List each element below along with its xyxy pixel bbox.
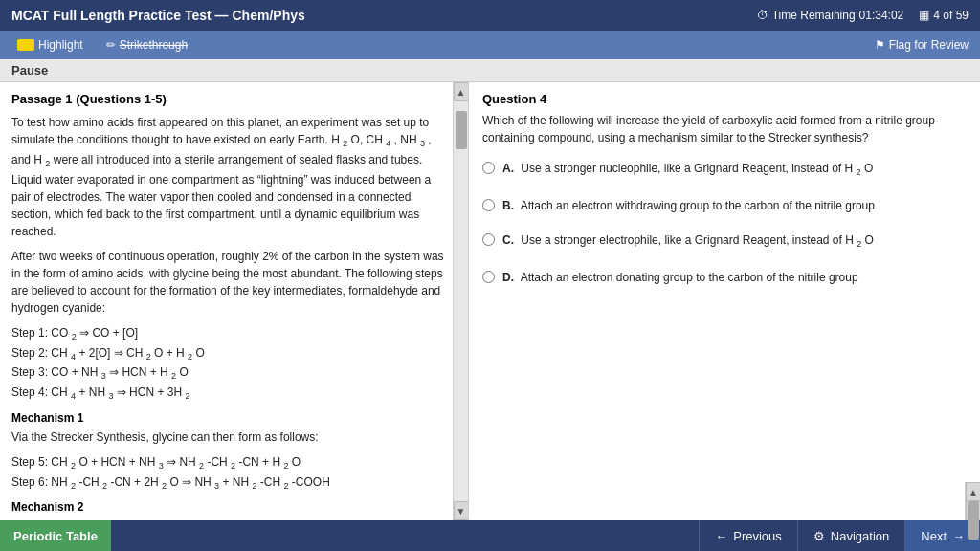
passage-panel: Passage 1 (Questions 1-5) To test how am… [0, 82, 469, 520]
previous-label: Previous [733, 529, 782, 543]
pause-bar: Pause [0, 59, 980, 82]
time-remaining-value: 01:34:02 [859, 9, 904, 22]
highlight-icon [17, 39, 34, 51]
previous-arrow-icon: ← [715, 529, 727, 543]
answer-option-c: C. Use a stronger electrophile, like a G… [482, 231, 967, 252]
radio-a[interactable] [482, 162, 495, 174]
answer-label-a: A. Use a stronger nucleophile, like a Gr… [502, 160, 873, 180]
next-label: Next [921, 529, 947, 543]
answer-label-c: C. Use a stronger electrophile, like a G… [502, 231, 874, 252]
passage-paragraph-2: After two weeks of continuous operation,… [11, 248, 449, 317]
passage-paragraph-1: To test how amino acids first appeared o… [11, 114, 449, 240]
step-3: Step 3: CO + NH 3 ⇒ HCN + H 2 O [11, 364, 449, 384]
question-count-display: ▦ 4 of 59 [919, 9, 969, 22]
time-remaining-label: Time Remaining [772, 9, 856, 22]
periodic-table-button[interactable]: Periodic Table [0, 520, 111, 551]
flag-icon: ⚑ [875, 38, 885, 52]
navigation-label: Navigation [831, 529, 889, 543]
app-title: MCAT Full Length Practice Test — Chem/Ph… [11, 8, 305, 23]
clock-icon: ⏱ [757, 9, 768, 22]
scroll-up-arrow[interactable]: ▲ [454, 82, 469, 101]
question-text: Which of the following will increase the… [482, 112, 967, 146]
strikethrough-button[interactable]: ✏ Strikethrough [100, 35, 193, 55]
question-count-icon: ▦ [919, 9, 929, 22]
strikethrough-icon: ✏ [106, 38, 116, 52]
answer-letter-b: B. [502, 199, 514, 212]
answer-letter-c: C. [502, 233, 514, 247]
answer-label-b: B. Attach an electron withdrawing group … [502, 197, 875, 214]
strikethrough-label: Strikethrough [120, 38, 188, 52]
answer-label-d: D. Attach an electron donating group to … [502, 269, 858, 286]
passage-title: Passage 1 (Questions 1-5) [11, 92, 449, 106]
toolbar: Highlight ✏ Strikethrough ⚑ Flag for Rev… [0, 31, 980, 59]
periodic-table-label: Periodic Table [13, 529, 98, 543]
step-6: Step 6: NH 2 -CH 2 -CN + 2H 2 O ⇒ NH 3 +… [11, 474, 449, 494]
step-2: Step 2: CH 4 + 2[O] ⇒ CH 2 O + H 2 O [11, 344, 449, 364]
radio-c[interactable] [482, 233, 495, 246]
mechanism1-text: Via the Strecker Synthesis, glycine can … [11, 429, 449, 446]
main-content: Passage 1 (Questions 1-5) To test how am… [0, 82, 980, 520]
passage-scrollbar[interactable]: ▲ ▼ [453, 82, 468, 520]
question-count: 4 of 59 [933, 9, 969, 22]
scroll-thumb[interactable] [456, 111, 467, 149]
answer-option-a: A. Use a stronger nucleophile, like a Gr… [482, 160, 967, 180]
radio-b[interactable] [482, 199, 495, 211]
question-title: Question 4 [482, 92, 967, 106]
pause-label: Pause [11, 63, 48, 77]
question-scrollbar[interactable]: ▲ ▼ [965, 482, 980, 520]
header-right-info: ⏱ Time Remaining 01:34:02 ▦ 4 of 59 [757, 9, 969, 22]
mechanism2-text: Several other amino acids were also obse… [11, 518, 449, 520]
flag-label: Flag for Review [889, 38, 969, 52]
q-scroll-up[interactable]: ▲ [966, 482, 980, 501]
step-1: Step 1: CO 2 ⇒ CO + [O] [11, 324, 449, 344]
step-4: Step 4: CH 4 + NH 3 ⇒ HCN + 3H 2 [11, 384, 449, 404]
answer-option-b: B. Attach an electron withdrawing group … [482, 197, 967, 214]
flag-review-button[interactable]: ⚑ Flag for Review [875, 38, 969, 52]
footer-right-buttons: ← Previous ⚙ Navigation Next → [699, 520, 980, 551]
mechanism1-title: Mechanism 1 [11, 411, 449, 425]
scroll-down-arrow[interactable]: ▼ [454, 501, 469, 520]
previous-button[interactable]: ← Previous [699, 520, 797, 551]
answer-letter-a: A. [502, 162, 514, 175]
scroll-track[interactable] [455, 101, 468, 501]
toolbar-left: Highlight ✏ Strikethrough [11, 35, 193, 55]
question-panel: Question 4 Which of the following will i… [469, 82, 980, 520]
mechanism2-title: Mechanism 2 [11, 500, 449, 514]
next-arrow-icon: → [952, 529, 965, 543]
highlight-label: Highlight [38, 38, 83, 52]
time-remaining: ⏱ Time Remaining 01:34:02 [757, 9, 904, 22]
answer-letter-d: D. [502, 271, 514, 284]
q-scroll-thumb[interactable] [968, 501, 979, 520]
answer-option-d: D. Attach an electron donating group to … [482, 269, 967, 286]
top-header: MCAT Full Length Practice Test — Chem/Ph… [0, 0, 980, 31]
step-5: Step 5: CH 2 O + HCN + NH 3 ⇒ NH 2 -CH 2… [11, 453, 449, 474]
radio-d[interactable] [482, 271, 495, 283]
navigation-icon: ⚙ [813, 529, 825, 543]
navigation-button[interactable]: ⚙ Navigation [797, 520, 904, 551]
highlight-button[interactable]: Highlight [11, 35, 89, 55]
footer: Periodic Table ← Previous ⚙ Navigation N… [0, 520, 980, 551]
